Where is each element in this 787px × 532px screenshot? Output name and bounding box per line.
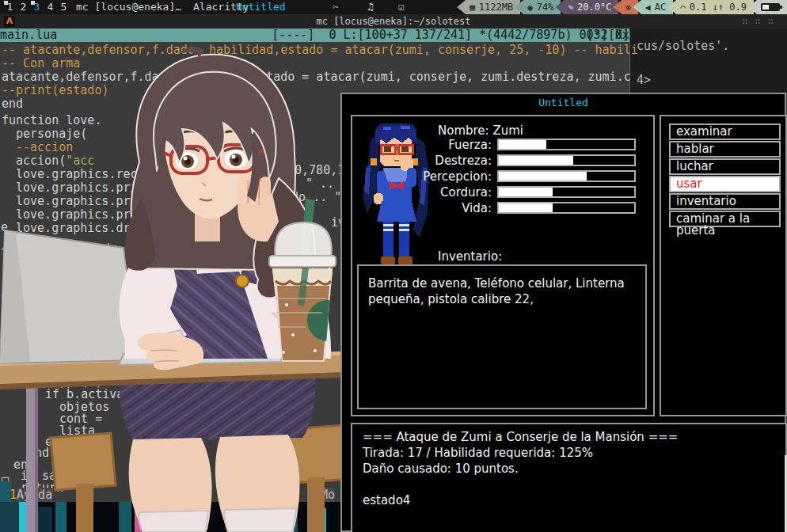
music-note-icon[interactable]: ♫ (367, 0, 374, 14)
pixel-art-decor (238, 502, 252, 532)
menu-item-caminar-a-la-puerta[interactable]: caminar a la puerta (669, 211, 781, 227)
pixel-art-decor (0, 502, 19, 532)
wallpaper-strip (0, 502, 340, 532)
combat-log-panel: === Ataque de Zumi a Conserje de la Mans… (351, 423, 787, 532)
network-icon: ⌒ (680, 2, 686, 13)
terminal-title-text: mc [locus@eneka]:~/solotest (316, 16, 470, 27)
game-window-title: Untitled (342, 95, 785, 111)
tag-occupied-indicator (4, 1, 8, 5)
stat-bar (497, 139, 636, 150)
volume-value: AC (655, 2, 666, 13)
function-key-bar: 1Ayuda6Mo (0, 488, 340, 502)
cpu-icon: ◉ (527, 2, 533, 13)
scissors-icon[interactable]: ✂ (333, 0, 339, 14)
workspace-tag-2[interactable]: 2 (17, 0, 30, 14)
pixel-art-decor (285, 502, 298, 532)
log-line: estado4 (363, 492, 774, 508)
inventory-label: Inventario: (438, 249, 502, 264)
workspace-label: 2 (21, 1, 27, 13)
stat-row-Destreza: Destreza: (352, 154, 653, 168)
status-network: ⌒0.1 ↓↑ 0.9 (667, 0, 754, 14)
bar-window-title-mc[interactable]: mc [locus@eneka]… (76, 0, 181, 14)
stat-bar-fill (499, 188, 553, 196)
stat-row-Fuerza: Fuerza: (352, 138, 653, 152)
status-cpu: ◉74% (515, 0, 561, 14)
status-segments: ▦1122MB◉74%✎20.0°C⊗◀AC⌒0.1 ↓↑ 0.9 (462, 0, 787, 14)
close-icon[interactable]: ∷ (768, 16, 781, 27)
window-controls[interactable]: ∷∷∷ (742, 14, 781, 28)
temperature-value: 20.0°C (577, 2, 611, 13)
stat-row-Cordura: Cordura: (352, 185, 653, 200)
inventory-text: Barrita de avena, Teléfono celular, Lint… (368, 276, 629, 307)
alacritty-icon: A (4, 16, 15, 27)
battery-charge-level (762, 5, 769, 10)
character-name: Nombre: Zumi (438, 124, 523, 138)
stat-row-Percepcion: Percepcion: (352, 169, 653, 184)
battery-icon (761, 3, 780, 11)
pixel-art-decor (261, 511, 268, 532)
menu-item-examinar[interactable]: examinar (669, 124, 781, 140)
pixel-art-decor (135, 508, 141, 532)
terminal-titlebar[interactable]: A mc [locus@eneka]:~/solotest ∷∷∷ (0, 14, 787, 28)
editor-statusline: main.lua [----] 0 L:[100+37 137/241] *(4… (0, 28, 629, 42)
pixel-art-decor (76, 510, 92, 532)
pixel-art-decor (162, 502, 173, 532)
pixel-art-decor (32, 507, 52, 532)
menu-item-usar[interactable]: usar (669, 176, 781, 192)
pixel-art-decor (119, 502, 131, 532)
stat-bar-fill (499, 156, 573, 165)
stat-label: Destreza: (352, 154, 492, 168)
game-window: Untitled (340, 93, 786, 532)
workspace-tag-3[interactable]: 3 (30, 0, 44, 14)
fkey-Mo[interactable]: 6Mo (314, 488, 335, 502)
network-value: 0.1 ↓↑ 0.9 (690, 2, 747, 13)
maximize-icon[interactable]: ∷ (755, 16, 768, 27)
menu-item-luchar[interactable]: luchar (669, 158, 781, 175)
menu-item-inventario[interactable]: inventario (669, 193, 781, 210)
workspace-tag-1[interactable]: 1 (3, 0, 17, 14)
stat-bar (497, 154, 636, 166)
combat-log: === Ataque de Zumi a Conserje de la Mans… (363, 429, 774, 508)
pixel-art-decor (55, 502, 67, 532)
redshift-icon: ⊗ (625, 2, 631, 13)
battery-nub (780, 6, 782, 9)
stat-bar (497, 170, 636, 182)
workspace-tag-5[interactable]: 5 (57, 0, 70, 14)
action-menu: examinarhablarlucharusarinventariocamina… (669, 124, 781, 228)
memory-icon: ▦ (470, 2, 475, 13)
status-volume: ◀AC (633, 0, 673, 14)
fkey-label: Mo (321, 488, 335, 502)
fkey-Ayuda[interactable]: 1Ayuda (10, 488, 52, 502)
log-line: Daño causado: 10 puntos. (363, 461, 774, 477)
right-pane-line: cus/solotes'. (637, 40, 729, 53)
log-line (363, 477, 774, 492)
right-pane-line: 4> (637, 74, 651, 87)
stat-label: Fuerza: (352, 138, 492, 152)
log-line: === Ataque de Zumi a Conserje de la Mans… (363, 429, 774, 445)
stat-bar (497, 186, 636, 198)
cpu-value: 74% (537, 2, 554, 13)
fkey-label: Ayuda (17, 488, 52, 502)
stat-label: Percepcion: (352, 169, 492, 184)
terminal-right-pane[interactable]: cus/solotes'.4> (629, 28, 787, 93)
tray-check-icon[interactable]: ☑ (398, 0, 405, 14)
stat-label: Vida: (352, 201, 492, 215)
log-line: Tirada: 17 / Habilidad requerida: 125% (363, 445, 774, 461)
stat-bar (497, 202, 636, 214)
character-panel: Nombre: Zumi Fuerza:Destreza:Percepcion:… (351, 115, 655, 416)
volume-icon: ◀ (645, 2, 651, 13)
action-menu-panel: examinarhablarlucharusarinventariocamina… (660, 115, 787, 416)
minimize-icon[interactable]: ∷ (742, 16, 755, 27)
pixel-art-decor (19, 502, 29, 532)
pixel-art-decor (0, 481, 11, 502)
pixel-art-decor (317, 508, 326, 532)
workspace-label: 5 (61, 1, 67, 13)
stat-bar-fill (499, 203, 553, 212)
fkey-number: 6 (314, 488, 321, 502)
inventory-box: Barrita de avena, Teléfono celular, Lint… (357, 264, 647, 409)
workspace-label: 4 (48, 1, 54, 13)
editor-statusline-right[interactable]: [*][X] (587, 28, 629, 42)
workspace-tag-4[interactable]: 4 (44, 0, 57, 14)
menu-item-hablar[interactable]: hablar (669, 141, 781, 158)
stat-bar-fill (499, 172, 587, 180)
